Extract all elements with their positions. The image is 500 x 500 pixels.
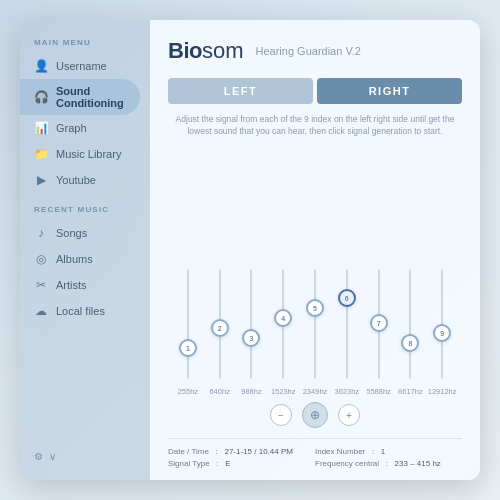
sidebar-item-youtube[interactable]: ▶ Youtube (20, 167, 140, 193)
instruction-text: Adjust the signal from each of the 9 ind… (168, 114, 462, 138)
status-item: Index Number : 1 (315, 447, 462, 456)
sidebar-item-label: Youtube (56, 174, 96, 186)
folder-icon: 📁 (34, 147, 48, 161)
slider-thumb[interactable]: 4 (274, 309, 292, 327)
sidebar-item-label: Songs (56, 227, 87, 239)
album-icon: ◎ (34, 252, 48, 266)
slider-col: 63623hz (331, 269, 363, 396)
slider-track[interactable]: 4 (282, 269, 284, 379)
logo-bio: Bio (168, 38, 202, 63)
sidebar-item-albums[interactable]: ◎ Albums (20, 246, 140, 272)
slider-thumb[interactable]: 1 (179, 339, 197, 357)
tab-right[interactable]: RIGHT (317, 78, 462, 104)
sidebar-item-local-files[interactable]: ☁ Local files (20, 298, 140, 324)
slider-track[interactable]: 9 (441, 269, 443, 379)
settings-label: ∨ (49, 451, 56, 462)
sidebar-item-label: Music Library (56, 148, 121, 160)
slider-col: 912912hz (426, 269, 458, 396)
sidebar-item-songs[interactable]: ♪ Songs (20, 220, 140, 246)
slider-col: 75588hz (363, 269, 395, 396)
slider-freq-label: 2349hz (303, 387, 328, 396)
slider-thumb[interactable]: 9 (433, 324, 451, 342)
slider-thumb[interactable]: 3 (242, 329, 260, 347)
status-item: Signal Type : E (168, 459, 315, 468)
logo-som: som (202, 38, 244, 63)
user-icon: 👤 (34, 59, 48, 73)
app-subtitle: Hearing Guardian V.2 (256, 45, 361, 57)
graph-icon: 📊 (34, 121, 48, 135)
slider-col: 41523hz (267, 269, 299, 396)
slider-track[interactable]: 5 (314, 269, 316, 379)
gear-icon: ⚙ (34, 451, 43, 462)
status-item: Frequency central : 233 – 415 hz (315, 459, 462, 468)
slider-track-wrap[interactable]: 1 (187, 269, 189, 379)
slider-track-wrap[interactable]: 8 (409, 269, 411, 379)
slider-track-wrap[interactable]: 7 (378, 269, 380, 379)
slider-track[interactable]: 8 (409, 269, 411, 379)
status-bar: Date / Time : 27-1-15 / 10.44 PMIndex Nu… (168, 438, 462, 468)
sidebar: MAIN MENU 👤 Username 🎧 Sound Conditionin… (20, 20, 150, 480)
sidebar-item-label: Local files (56, 305, 105, 317)
main-menu-label: MAIN MENU (20, 38, 150, 53)
slider-thumb[interactable]: 2 (211, 319, 229, 337)
slider-track-wrap[interactable]: 2 (219, 269, 221, 379)
status-item: Date / Time : 27-1-15 / 10.44 PM (168, 447, 315, 456)
slider-col: 88617hz (394, 269, 426, 396)
slider-col: 2640hz (204, 269, 236, 396)
slider-freq-label: 12912hz (428, 387, 457, 396)
sidebar-item-label: Graph (56, 122, 87, 134)
sidebar-item-graph[interactable]: 📊 Graph (20, 115, 140, 141)
slider-thumb[interactable]: 7 (370, 314, 388, 332)
playback-controls: − ⊕ + (168, 402, 462, 428)
slider-freq-label: 8617hz (398, 387, 423, 396)
music-note-icon: ♪ (34, 226, 48, 240)
slider-track-wrap[interactable]: 6 (346, 269, 348, 379)
slider-freq-label: 1523hz (271, 387, 296, 396)
settings-button[interactable]: ⚙ ∨ (20, 443, 150, 470)
slider-track[interactable]: 7 (378, 269, 380, 379)
slider-thumb[interactable]: 6 (338, 289, 356, 307)
minus-button[interactable]: − (270, 404, 292, 426)
slider-freq-label: 640hz (209, 387, 229, 396)
slider-track-wrap[interactable]: 3 (250, 269, 252, 379)
sidebar-item-label: Albums (56, 253, 93, 265)
slider-freq-label: 5588hz (366, 387, 391, 396)
slider-freq-label: 3623hz (334, 387, 359, 396)
ear-tabs: LEFT RIGHT (168, 78, 462, 104)
sidebar-item-label: Sound Conditioning (56, 85, 126, 109)
sidebar-item-artists[interactable]: ✂ Artists (20, 272, 140, 298)
slider-freq-label: 255hz (178, 387, 198, 396)
headphone-icon: 🎧 (34, 90, 48, 104)
main-content: Biosom Hearing Guardian V.2 LEFT RIGHT A… (150, 20, 480, 480)
slider-track[interactable]: 2 (219, 269, 221, 379)
slider-track[interactable]: 6 (346, 269, 348, 379)
play-button[interactable]: ⊕ (302, 402, 328, 428)
artist-icon: ✂ (34, 278, 48, 292)
slider-track-wrap[interactable]: 9 (441, 269, 443, 379)
slider-col: 3988hz (236, 269, 268, 396)
slider-track-wrap[interactable]: 5 (314, 269, 316, 379)
cloud-icon: ☁ (34, 304, 48, 318)
slider-thumb[interactable]: 5 (306, 299, 324, 317)
slider-freq-label: 988hz (241, 387, 261, 396)
slider-track[interactable]: 1 (187, 269, 189, 379)
app-logo: Biosom (168, 38, 244, 64)
recent-music-label: RECENT MUSIC (20, 205, 150, 220)
slider-col: 52349hz (299, 269, 331, 396)
slider-thumb[interactable]: 8 (401, 334, 419, 352)
slider-track-wrap[interactable]: 4 (282, 269, 284, 379)
sidebar-item-music-library[interactable]: 📁 Music Library (20, 141, 140, 167)
plus-button[interactable]: + (338, 404, 360, 426)
sidebar-item-label: Artists (56, 279, 87, 291)
sidebar-item-label: Username (56, 60, 107, 72)
sidebar-item-username[interactable]: 👤 Username (20, 53, 140, 79)
app-header: Biosom Hearing Guardian V.2 (168, 38, 462, 64)
sliders-container: 1255hz2640hz3988hz41523hz52349hz63623hz7… (168, 148, 462, 396)
tab-left[interactable]: LEFT (168, 78, 313, 104)
slider-col: 1255hz (172, 269, 204, 396)
slider-track[interactable]: 3 (250, 269, 252, 379)
play-icon: ▶ (34, 173, 48, 187)
sidebar-item-sound-conditioning[interactable]: 🎧 Sound Conditioning (20, 79, 140, 115)
app-container: MAIN MENU 👤 Username 🎧 Sound Conditionin… (20, 20, 480, 480)
